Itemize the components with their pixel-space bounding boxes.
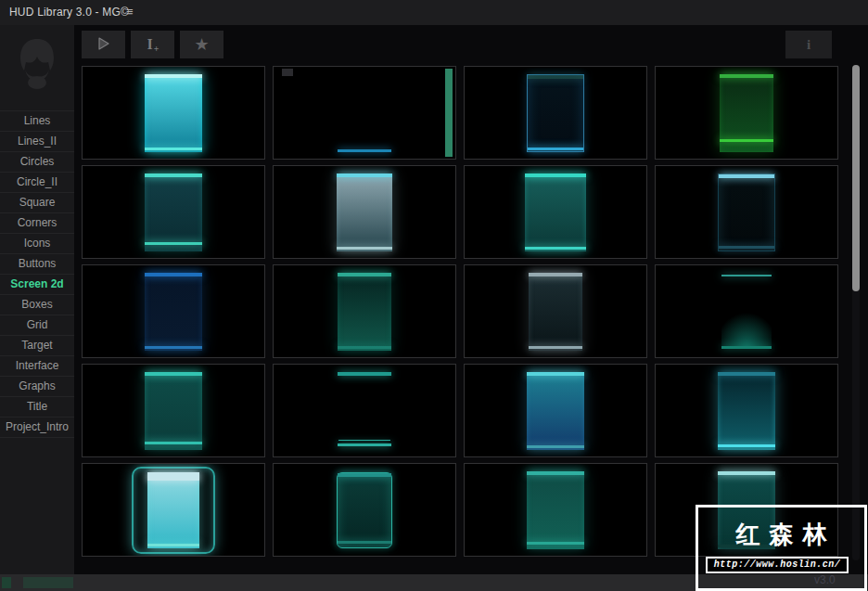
add-text-button[interactable]: I + bbox=[131, 31, 174, 58]
thumbnail-screen-10[interactable] bbox=[273, 264, 456, 358]
sidebar-item-target[interactable]: Target bbox=[0, 336, 74, 356]
sidebar-item-buttons[interactable]: Buttons bbox=[0, 254, 74, 275]
hud-screen-preview bbox=[718, 372, 775, 450]
sidebar-item-grid[interactable]: Grid bbox=[0, 315, 74, 336]
hud-screen-preview bbox=[338, 372, 391, 450]
sidebar-item-corners[interactable]: Corners bbox=[0, 213, 74, 234]
sidebar-item-interface[interactable]: Interface bbox=[0, 356, 74, 377]
screen-top-bar bbox=[145, 173, 202, 177]
thumbnail-screen-13[interactable] bbox=[82, 364, 265, 457]
thumbnail-screen-09[interactable] bbox=[82, 264, 265, 358]
screen-top-bar bbox=[718, 372, 775, 376]
watermark-frame: 红森林 http://www.hoslin.cn/ bbox=[696, 505, 867, 591]
hud-screen-preview bbox=[338, 74, 391, 152]
screen-bottom-bar bbox=[527, 542, 584, 545]
thumbnail-screen-08[interactable] bbox=[655, 165, 838, 259]
screen-bottom-bar bbox=[338, 346, 391, 349]
screen-top-bar bbox=[721, 275, 772, 276]
sidebar-item-title[interactable]: Title bbox=[0, 397, 74, 418]
sidebar-item-icons[interactable]: Icons bbox=[0, 234, 74, 254]
hud-screen-preview bbox=[145, 372, 202, 450]
watermark-title: 红森林 bbox=[698, 519, 864, 551]
hamburger-menu-icon[interactable]: ≡ bbox=[126, 5, 134, 19]
text-tool-icon: I bbox=[147, 36, 153, 53]
scrollbar-thumb[interactable] bbox=[852, 65, 860, 291]
status-progress-segment bbox=[23, 577, 73, 588]
screen-bottom-bar bbox=[528, 148, 583, 150]
app-title: HUD Library 3.0 - MG© bbox=[9, 6, 129, 19]
thumbnail-screen-03[interactable] bbox=[464, 66, 647, 160]
thumbnail-screen-15[interactable] bbox=[464, 364, 647, 457]
thumbnail-screen-04[interactable] bbox=[655, 66, 838, 160]
hud-screen-preview bbox=[718, 173, 775, 251]
screen-top-bar bbox=[719, 174, 774, 178]
screen-bottom-bar bbox=[338, 541, 391, 544]
hud-screen-preview bbox=[338, 273, 391, 351]
sidebar-item-project-intro[interactable]: Project_Intro bbox=[0, 418, 74, 438]
thumbnail-screen-17[interactable] bbox=[82, 463, 265, 557]
thumbnail-screen-05[interactable] bbox=[82, 165, 265, 259]
screen-top-bar bbox=[145, 74, 202, 78]
sidebar-item-screen-2d[interactable]: Screen 2d bbox=[0, 275, 74, 295]
status-progress-segment bbox=[2, 577, 11, 588]
thumbnail-screen-11[interactable] bbox=[464, 264, 647, 358]
scrollbar-track[interactable] bbox=[852, 65, 860, 560]
hud-screen-preview bbox=[145, 74, 202, 152]
screen-bottom-bar bbox=[147, 544, 199, 546]
hud-screen-preview bbox=[145, 273, 202, 351]
hud-screen-preview bbox=[529, 273, 582, 351]
sidebar-nav: LinesLines_IICirclesCircle_IISquareCorne… bbox=[0, 110, 74, 438]
screen-top-bar bbox=[145, 273, 202, 276]
thumbnail-screen-14[interactable] bbox=[273, 364, 456, 457]
screen-top-bar bbox=[145, 372, 202, 376]
thumbnail-screen-19[interactable] bbox=[464, 463, 647, 557]
screen-bottom-bar bbox=[719, 246, 774, 249]
play-button[interactable] bbox=[82, 31, 125, 58]
hud-screen-preview bbox=[527, 471, 584, 549]
play-icon bbox=[96, 36, 111, 54]
screen-bottom-bar bbox=[525, 247, 586, 250]
screen-top-bar bbox=[527, 471, 584, 475]
thumbnail-screen-16[interactable] bbox=[655, 364, 838, 457]
favorite-button[interactable]: ★ bbox=[180, 31, 223, 58]
thumbnail-screen-18[interactable] bbox=[273, 463, 456, 557]
screen-top-bar bbox=[147, 472, 199, 481]
sidebar: LinesLines_IICirclesCircle_IISquareCorne… bbox=[0, 25, 74, 574]
screen-top-bar bbox=[525, 173, 586, 177]
green-edge-bar bbox=[445, 69, 453, 157]
screen-bottom-bar bbox=[338, 443, 391, 446]
sidebar-item-lines-ii[interactable]: Lines_II bbox=[0, 132, 74, 152]
sidebar-item-square[interactable]: Square bbox=[0, 193, 74, 213]
screen-top-bar bbox=[528, 75, 583, 79]
screen-bottom-bar bbox=[337, 247, 392, 250]
info-button[interactable]: i bbox=[785, 31, 832, 58]
hud-screen-preview bbox=[337, 472, 392, 548]
sidebar-item-circles[interactable]: Circles bbox=[0, 152, 74, 173]
app-window: HUD Library 3.0 - MG© ≡ I + ★ i LinesLin… bbox=[0, 0, 868, 591]
sidebar-item-lines[interactable]: Lines bbox=[0, 110, 74, 132]
thumbnail-screen-07[interactable] bbox=[464, 165, 647, 259]
screen-bottom-bar bbox=[145, 442, 202, 444]
thumbnail-screen-12[interactable] bbox=[655, 264, 838, 358]
hud-screen-preview bbox=[720, 74, 773, 152]
hud-screen-preview bbox=[337, 173, 392, 251]
sidebar-item-graphs[interactable]: Graphs bbox=[0, 377, 74, 397]
screen-bottom-bar bbox=[529, 346, 582, 349]
sidebar-item-circle-ii[interactable]: Circle_II bbox=[0, 173, 74, 193]
thumbnail-screen-02[interactable] bbox=[273, 66, 456, 160]
screen-bottom-bar bbox=[145, 242, 202, 245]
sidebar-item-boxes[interactable]: Boxes bbox=[0, 295, 74, 315]
screen-top-bar bbox=[338, 473, 391, 477]
thumbnail-screen-01[interactable] bbox=[82, 66, 265, 160]
title-bar: HUD Library 3.0 - MG© ≡ bbox=[0, 0, 868, 25]
star-icon: ★ bbox=[194, 36, 209, 53]
screen-top-bar bbox=[338, 372, 391, 376]
screen-bottom-bar bbox=[338, 149, 391, 152]
screen-top-bar bbox=[718, 471, 775, 475]
avatar bbox=[13, 36, 61, 96]
hud-screen-preview bbox=[721, 275, 772, 349]
thumbnail-screen-06[interactable] bbox=[273, 165, 456, 259]
screen-bottom-bar bbox=[145, 148, 202, 150]
info-icon: i bbox=[807, 37, 811, 53]
screen-bottom-bar bbox=[718, 444, 775, 447]
